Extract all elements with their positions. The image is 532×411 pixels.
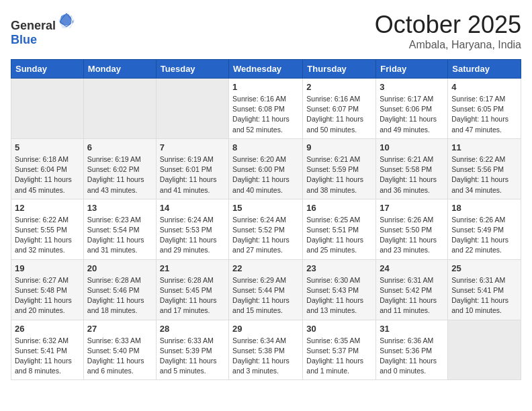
day-number: 11 — [451, 142, 517, 152]
calendar-cell: 6Sunrise: 6:19 AMSunset: 6:02 PMDaylight… — [83, 138, 156, 199]
day-number: 16 — [306, 203, 372, 213]
day-number: 19 — [15, 263, 80, 273]
calendar-cell: 30Sunrise: 6:35 AMSunset: 5:37 PMDayligh… — [303, 320, 376, 380]
logo-blue: Blue — [11, 33, 37, 46]
calendar-cell: 4Sunrise: 6:17 AMSunset: 6:05 PMDaylight… — [448, 79, 521, 139]
day-number: 28 — [160, 324, 225, 334]
calendar-cell: 22Sunrise: 6:29 AMSunset: 5:44 PMDayligh… — [229, 259, 303, 320]
calendar-cell: 21Sunrise: 6:28 AMSunset: 5:45 PMDayligh… — [156, 259, 228, 320]
day-number: 6 — [87, 142, 152, 152]
day-info: Sunrise: 6:31 AMSunset: 5:41 PMDaylight:… — [451, 275, 517, 316]
month-title: October 2025 — [375, 11, 521, 39]
day-number: 14 — [160, 203, 225, 213]
day-info: Sunrise: 6:35 AMSunset: 5:37 PMDaylight:… — [306, 336, 372, 377]
day-info: Sunrise: 6:36 AMSunset: 5:36 PMDaylight:… — [380, 336, 444, 377]
day-info: Sunrise: 6:24 AMSunset: 5:52 PMDaylight:… — [232, 215, 299, 256]
day-info: Sunrise: 6:18 AMSunset: 6:04 PMDaylight:… — [15, 154, 80, 195]
day-number: 17 — [380, 203, 444, 213]
day-number: 10 — [380, 142, 444, 152]
day-info: Sunrise: 6:34 AMSunset: 5:38 PMDaylight:… — [232, 336, 299, 377]
calendar-cell: 2Sunrise: 6:16 AMSunset: 6:07 PMDaylight… — [303, 79, 376, 139]
day-info: Sunrise: 6:32 AMSunset: 5:41 PMDaylight:… — [15, 336, 80, 377]
calendar-cell: 28Sunrise: 6:33 AMSunset: 5:39 PMDayligh… — [156, 320, 228, 380]
day-number: 13 — [87, 203, 152, 213]
calendar-cell: 15Sunrise: 6:24 AMSunset: 5:52 PMDayligh… — [229, 199, 303, 259]
day-info: Sunrise: 6:17 AMSunset: 6:06 PMDaylight:… — [380, 94, 444, 135]
day-info: Sunrise: 6:17 AMSunset: 6:05 PMDaylight:… — [451, 94, 517, 135]
calendar-week-row: 1Sunrise: 6:16 AMSunset: 6:08 PMDaylight… — [11, 79, 521, 139]
logo-general: General — [11, 19, 56, 32]
weekday-header-monday: Monday — [83, 60, 156, 79]
day-info: Sunrise: 6:22 AMSunset: 5:56 PMDaylight:… — [451, 154, 517, 195]
day-number: 26 — [15, 324, 80, 334]
location-title: Ambala, Haryana, India — [375, 39, 521, 51]
day-info: Sunrise: 6:33 AMSunset: 5:40 PMDaylight:… — [87, 336, 152, 377]
logo-icon — [57, 11, 76, 30]
calendar-cell: 3Sunrise: 6:17 AMSunset: 6:06 PMDaylight… — [376, 79, 448, 139]
calendar-cell: 23Sunrise: 6:30 AMSunset: 5:43 PMDayligh… — [303, 259, 376, 320]
day-number: 20 — [87, 263, 152, 273]
day-number: 15 — [232, 203, 299, 213]
calendar-cell: 25Sunrise: 6:31 AMSunset: 5:41 PMDayligh… — [448, 259, 521, 320]
calendar-cell: 16Sunrise: 6:25 AMSunset: 5:51 PMDayligh… — [303, 199, 376, 259]
day-number: 31 — [380, 324, 444, 334]
day-info: Sunrise: 6:26 AMSunset: 5:49 PMDaylight:… — [451, 215, 517, 256]
calendar-cell: 29Sunrise: 6:34 AMSunset: 5:38 PMDayligh… — [229, 320, 303, 380]
calendar-cell — [11, 79, 84, 139]
weekday-header-friday: Friday — [376, 60, 448, 79]
day-info: Sunrise: 6:19 AMSunset: 6:02 PMDaylight:… — [87, 154, 152, 195]
day-number: 3 — [380, 82, 444, 92]
calendar-cell: 9Sunrise: 6:21 AMSunset: 5:59 PMDaylight… — [303, 138, 376, 199]
calendar-cell: 1Sunrise: 6:16 AMSunset: 6:08 PMDaylight… — [229, 79, 303, 139]
day-info: Sunrise: 6:22 AMSunset: 5:55 PMDaylight:… — [15, 215, 80, 256]
day-info: Sunrise: 6:20 AMSunset: 6:00 PMDaylight:… — [232, 154, 299, 195]
day-info: Sunrise: 6:26 AMSunset: 5:50 PMDaylight:… — [380, 215, 444, 256]
page-header: General Blue October 2025 Ambala, Haryan… — [11, 11, 521, 51]
calendar-table: SundayMondayTuesdayWednesdayThursdayFrid… — [11, 59, 521, 380]
day-info: Sunrise: 6:31 AMSunset: 5:42 PMDaylight:… — [380, 275, 444, 316]
day-number: 1 — [232, 82, 299, 92]
calendar-cell: 20Sunrise: 6:28 AMSunset: 5:46 PMDayligh… — [83, 259, 156, 320]
day-number: 29 — [232, 324, 299, 334]
calendar-week-row: 26Sunrise: 6:32 AMSunset: 5:41 PMDayligh… — [11, 320, 521, 380]
day-number: 22 — [232, 263, 299, 273]
calendar-cell: 10Sunrise: 6:21 AMSunset: 5:58 PMDayligh… — [376, 138, 448, 199]
calendar-cell: 11Sunrise: 6:22 AMSunset: 5:56 PMDayligh… — [448, 138, 521, 199]
calendar-cell: 12Sunrise: 6:22 AMSunset: 5:55 PMDayligh… — [11, 199, 84, 259]
calendar-cell — [448, 320, 521, 380]
calendar-cell: 14Sunrise: 6:24 AMSunset: 5:53 PMDayligh… — [156, 199, 228, 259]
day-number: 23 — [306, 263, 372, 273]
day-info: Sunrise: 6:24 AMSunset: 5:53 PMDaylight:… — [160, 215, 225, 256]
day-number: 21 — [160, 263, 225, 273]
day-number: 4 — [451, 82, 517, 92]
calendar-cell: 27Sunrise: 6:33 AMSunset: 5:40 PMDayligh… — [83, 320, 156, 380]
day-number: 25 — [451, 263, 517, 273]
calendar-week-row: 5Sunrise: 6:18 AMSunset: 6:04 PMDaylight… — [11, 138, 521, 199]
day-number: 30 — [306, 324, 372, 334]
calendar-cell: 5Sunrise: 6:18 AMSunset: 6:04 PMDaylight… — [11, 138, 84, 199]
calendar-cell: 7Sunrise: 6:19 AMSunset: 6:01 PMDaylight… — [156, 138, 228, 199]
weekday-header-wednesday: Wednesday — [229, 60, 303, 79]
day-info: Sunrise: 6:27 AMSunset: 5:48 PMDaylight:… — [15, 275, 80, 316]
day-info: Sunrise: 6:29 AMSunset: 5:44 PMDaylight:… — [232, 275, 299, 316]
logo: General Blue — [11, 11, 76, 47]
day-info: Sunrise: 6:16 AMSunset: 6:07 PMDaylight:… — [306, 94, 372, 135]
day-info: Sunrise: 6:23 AMSunset: 5:54 PMDaylight:… — [87, 215, 152, 256]
weekday-header-thursday: Thursday — [303, 60, 376, 79]
calendar-cell: 18Sunrise: 6:26 AMSunset: 5:49 PMDayligh… — [448, 199, 521, 259]
calendar-cell — [156, 79, 228, 139]
day-number: 9 — [306, 142, 372, 152]
day-number: 5 — [15, 142, 80, 152]
day-info: Sunrise: 6:25 AMSunset: 5:51 PMDaylight:… — [306, 215, 372, 256]
day-number: 24 — [380, 263, 444, 273]
day-info: Sunrise: 6:28 AMSunset: 5:45 PMDaylight:… — [160, 275, 225, 316]
day-info: Sunrise: 6:16 AMSunset: 6:08 PMDaylight:… — [232, 94, 299, 135]
day-info: Sunrise: 6:28 AMSunset: 5:46 PMDaylight:… — [87, 275, 152, 316]
day-number: 27 — [87, 324, 152, 334]
weekday-header-saturday: Saturday — [448, 60, 521, 79]
day-info: Sunrise: 6:21 AMSunset: 5:59 PMDaylight:… — [306, 154, 372, 195]
day-number: 7 — [160, 142, 225, 152]
day-info: Sunrise: 6:19 AMSunset: 6:01 PMDaylight:… — [160, 154, 225, 195]
calendar-cell: 24Sunrise: 6:31 AMSunset: 5:42 PMDayligh… — [376, 259, 448, 320]
day-info: Sunrise: 6:33 AMSunset: 5:39 PMDaylight:… — [160, 336, 225, 377]
